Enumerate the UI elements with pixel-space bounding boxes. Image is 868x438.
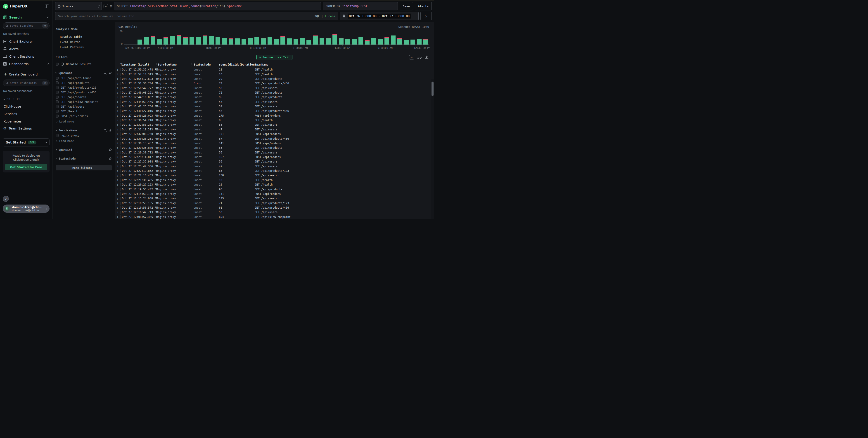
table-row[interactable]: ❯ Oct 27 12:30:23.261 PM nginx-proxy Uns… xyxy=(115,136,434,141)
lucene-search-input[interactable]: Search your events w/ Lucene ex. column:… xyxy=(55,12,338,20)
checkbox[interactable] xyxy=(56,114,59,117)
histogram-bar[interactable] xyxy=(287,38,292,44)
sidebar-item-alerts[interactable]: Alerts xyxy=(0,45,52,53)
table-row[interactable]: ❯ Oct 27 12:44:10.832 PM nginx-proxy Uns… xyxy=(115,95,434,99)
analysis-mode-item[interactable]: Event Deltas xyxy=(56,39,112,44)
checkbox[interactable] xyxy=(56,110,59,113)
checkbox[interactable] xyxy=(56,81,59,84)
histogram-bar[interactable] xyxy=(319,38,324,44)
view-source-icon[interactable]: <> xyxy=(409,55,414,60)
analysis-mode-item[interactable]: Event Patterns xyxy=(56,44,112,49)
saved-dashboards-input[interactable]: Saved Dashboards ⌘K xyxy=(3,79,50,86)
expand-row-icon[interactable]: ❯ xyxy=(116,110,120,112)
expand-row-icon[interactable]: ❯ xyxy=(116,170,120,172)
filter-checkbox-item[interactable]: GET /api/products/456 xyxy=(56,91,112,94)
histogram-bar[interactable] xyxy=(177,35,181,44)
expand-row-icon[interactable]: ❯ xyxy=(116,147,120,149)
expand-row-icon[interactable]: ❯ xyxy=(116,87,120,89)
get-started-toggle[interactable]: Get Started 3/3 xyxy=(3,138,50,146)
checkbox[interactable] xyxy=(56,86,59,89)
table-row[interactable]: ❯ Oct 27 12:21:36.435 PM nginx-proxy Uns… xyxy=(115,178,434,182)
filter-checkbox-item[interactable]: GET /api/products/123 xyxy=(56,86,112,89)
histogram-bar[interactable] xyxy=(417,39,422,44)
table-row[interactable]: ❯ Oct 27 12:10:50.572 PM nginx-proxy Uns… xyxy=(115,205,434,210)
table-row[interactable]: ❯ Oct 27 12:46:08.221 PM nginx-proxy Uns… xyxy=(115,91,434,95)
expand-row-icon[interactable]: ❯ xyxy=(116,105,120,108)
order-by-input[interactable]: ORDER BY Timestamp DESC xyxy=(323,2,398,10)
checkbox[interactable] xyxy=(56,105,59,108)
checkbox[interactable] xyxy=(56,100,59,103)
save-button[interactable]: Save xyxy=(400,2,413,10)
table-row[interactable]: ❯ Oct 27 12:08:57.305 PM nginx-proxy Uns… xyxy=(115,215,434,219)
filter-checkbox-item[interactable]: GET /api/not-found xyxy=(56,77,112,79)
search-icon[interactable] xyxy=(103,129,107,132)
expand-row-icon[interactable]: ❯ xyxy=(116,96,120,99)
expand-row-icon[interactable]: ❯ xyxy=(116,114,120,117)
checkbox[interactable] xyxy=(56,96,59,99)
pin-icon[interactable] xyxy=(108,71,112,75)
histogram-bar[interactable] xyxy=(235,38,240,44)
expand-row-icon[interactable]: ❯ xyxy=(116,101,120,103)
expand-row-icon[interactable]: ❯ xyxy=(116,188,120,191)
expand-row-icon[interactable]: ❯ xyxy=(116,165,120,167)
table-row[interactable]: ❯ Oct 27 12:41:23.754 PM nginx-proxy Uns… xyxy=(115,104,434,109)
expand-row-icon[interactable]: ❯ xyxy=(116,161,120,163)
source-select[interactable]: Traces xyxy=(55,2,102,10)
filter-checkbox-item[interactable]: POST /api/orders xyxy=(56,114,112,117)
histogram-bar[interactable] xyxy=(274,39,279,44)
expand-row-icon[interactable]: ❯ xyxy=(116,82,120,85)
histogram-bar[interactable] xyxy=(189,37,194,44)
expand-row-icon[interactable]: ❯ xyxy=(116,91,120,94)
table-row[interactable]: ❯ Oct 27 12:59:35.478 PM nginx-proxy Uns… xyxy=(115,67,434,72)
histogram-bar[interactable] xyxy=(300,38,305,44)
histogram-bar[interactable] xyxy=(391,35,396,44)
histogram-bar[interactable] xyxy=(248,38,253,44)
sidebar-collapse-icon[interactable] xyxy=(45,4,49,8)
run-query-button[interactable]: ▷ xyxy=(421,12,432,20)
histogram-bar[interactable] xyxy=(229,38,234,44)
filter-group-servicename[interactable]: ServiceName xyxy=(56,129,112,132)
table-row[interactable]: ❯ Oct 27 12:29:30.712 PM nginx-proxy Uns… xyxy=(115,150,434,155)
sql-select-input[interactable]: SELECT Timestamp,ServiceName,StatusCode,… xyxy=(114,2,321,10)
checkbox[interactable] xyxy=(56,63,59,66)
column-header-statuscode[interactable]: StatusCode xyxy=(194,63,219,66)
sidebar-item-kubernetes[interactable]: Kubernetes xyxy=(0,120,52,123)
expand-row-icon[interactable]: ❯ xyxy=(116,179,120,181)
column-header-timestamp[interactable]: Timestamp (Local) xyxy=(120,63,158,66)
expand-row-icon[interactable]: ❯ xyxy=(116,202,120,204)
histogram-bar[interactable] xyxy=(280,36,285,44)
table-row[interactable]: ❯ Oct 27 12:13:59.180 PM nginx-proxy Uns… xyxy=(115,192,434,196)
histogram-bar[interactable] xyxy=(333,34,337,44)
histogram-bar[interactable] xyxy=(144,37,149,44)
table-row[interactable]: ❯ Oct 27 12:51:36.784 PM nginx-proxy Err… xyxy=(115,81,434,86)
expand-row-icon[interactable]: ❯ xyxy=(116,156,120,159)
histogram-bar[interactable] xyxy=(157,39,162,44)
histogram-bar[interactable] xyxy=(378,39,383,44)
histogram-bar[interactable] xyxy=(365,40,370,44)
expand-row-icon[interactable]: ❯ xyxy=(116,73,120,75)
histogram-bar[interactable] xyxy=(151,36,155,44)
checkbox[interactable] xyxy=(56,134,59,137)
filter-checkbox-item[interactable]: GET /health xyxy=(56,110,112,112)
column-header-servicename[interactable]: ServiceName xyxy=(158,63,194,66)
filter-checkbox-item[interactable]: GET /api/search xyxy=(56,96,112,98)
histogram-bar[interactable] xyxy=(410,39,415,44)
alerts-button[interactable]: Alerts xyxy=(415,2,432,10)
table-row[interactable]: ❯ Oct 27 12:19:53.482 PM nginx-proxy Uns… xyxy=(115,187,434,192)
code-toggle-icon[interactable]: <> xyxy=(103,4,108,8)
sidebar-item-dashboards[interactable]: Dashboards xyxy=(0,60,52,68)
histogram-bar[interactable] xyxy=(254,37,259,44)
table-row[interactable]: ❯ Oct 27 12:29:14.817 PM nginx-proxy Uns… xyxy=(115,155,434,159)
search-icon[interactable] xyxy=(103,71,107,75)
create-dashboard-button[interactable]: + Create Dashboard xyxy=(0,72,52,76)
histogram-bar[interactable] xyxy=(137,39,142,44)
table-row[interactable]: ❯ Oct 27 12:22:19.852 PM nginx-proxy Uns… xyxy=(115,169,434,173)
expand-row-icon[interactable]: ❯ xyxy=(116,128,120,131)
histogram-bar[interactable] xyxy=(371,38,376,44)
resume-live-tail-button[interactable]: Resume Live Tail xyxy=(256,55,292,60)
sidebar-item-chart-explorer[interactable]: Chart Explorer xyxy=(0,38,52,45)
checkbox[interactable] xyxy=(56,77,59,79)
table-scrollbar[interactable] xyxy=(431,79,434,219)
sidebar-item-services[interactable]: Services xyxy=(0,112,52,116)
table-row[interactable]: ❯ Oct 27 12:10:42.713 PM nginx-proxy Uns… xyxy=(115,210,434,214)
